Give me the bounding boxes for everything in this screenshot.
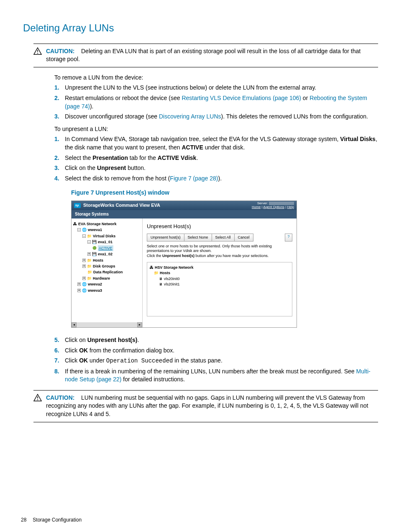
caution-text: LUN numbering must be sequential with no…	[46, 394, 368, 417]
expand-icon[interactable]: +	[82, 277, 86, 280]
tree-root[interactable]: HSV Storage Network	[155, 265, 194, 271]
expand-icon[interactable]: +	[77, 289, 81, 292]
step-number: 5.	[54, 336, 65, 344]
host-selection-box: HSV Storage Network Hosts vls20init0 vls…	[147, 262, 292, 316]
nav-data-replication[interactable]: Data Replication	[93, 269, 123, 275]
step-number: 3.	[54, 164, 65, 172]
unpresent-hosts-button[interactable]: Unpresent host(s)	[147, 234, 184, 242]
step-number: 1.	[54, 135, 65, 152]
server-label: Server:	[257, 201, 268, 205]
step-text: Discover unconfigured storage (see Disco…	[65, 113, 378, 121]
nav-wweva1[interactable]: wweva1	[88, 227, 102, 233]
nav-virtual-disks[interactable]: Virtual Disks	[93, 233, 115, 239]
remove-steps-list: 1.Unpresent the LUN to the VLS (see inst…	[54, 84, 378, 121]
step-number: 2.	[54, 154, 65, 162]
tree-host-1[interactable]: vls20init1	[164, 282, 180, 288]
hp-logo-icon	[74, 203, 81, 208]
scroll-right-icon[interactable]: ►	[137, 322, 142, 327]
disk-icon	[92, 251, 97, 257]
folder-icon	[87, 269, 92, 275]
storage-network-icon	[73, 221, 77, 227]
tab-storage-systems[interactable]: Storage Systems	[72, 210, 297, 218]
step-number: 3.	[54, 113, 65, 121]
svg-point-2	[37, 53, 38, 54]
nav-eva1-01[interactable]: eva1_01	[98, 239, 113, 245]
expand-icon[interactable]: +	[82, 265, 86, 268]
figure-caption: Figure 7 Unpresent Host(s) window	[71, 189, 378, 197]
step-number: 6.	[54, 347, 65, 355]
nav-hosts[interactable]: Hosts	[93, 257, 103, 263]
nav-eva1-02[interactable]: eva1_02	[98, 251, 113, 257]
nav-wweva2[interactable]: wweva2	[88, 281, 102, 287]
step-text: Select the Presentation tab for the ACTI…	[65, 154, 378, 162]
instruction-text: Select one or more hosts to be unpresent…	[147, 244, 292, 259]
step-number: 4.	[54, 175, 65, 183]
globe-icon	[82, 288, 87, 293]
caution-label: CAUTION:	[46, 394, 74, 401]
nav-wweva3[interactable]: wweva3	[88, 288, 102, 293]
step-text: Restart emulations or reboot the device …	[65, 94, 378, 111]
storage-network-icon	[150, 265, 153, 271]
folder-icon	[87, 233, 92, 239]
expand-icon[interactable]: +	[77, 283, 81, 286]
server-value-redacted	[269, 202, 294, 205]
step-text: Click on Unpresent host(s).	[65, 336, 378, 344]
globe-icon	[82, 227, 87, 233]
caution-icon	[33, 47, 46, 64]
collapse-icon[interactable]: -	[82, 234, 86, 238]
folder-icon	[154, 270, 159, 276]
unpresent-steps-list: 1.In Command View EVA, Storage tab navig…	[54, 135, 378, 182]
folder-icon	[87, 257, 92, 263]
host-icon	[159, 276, 163, 282]
svg-point-5	[37, 399, 38, 400]
expand-icon[interactable]: +	[87, 252, 91, 256]
step-text: Click OK from the confirmation dialog bo…	[65, 347, 378, 355]
step-text: Click on the Unpresent button.	[65, 164, 378, 172]
link-home[interactable]: Home	[252, 205, 261, 209]
nav-active[interactable]: ACTIVE	[98, 245, 113, 251]
folder-icon	[87, 263, 92, 269]
remove-intro: To remove a LUN from the device:	[54, 74, 378, 82]
help-button[interactable]: ?	[285, 234, 292, 242]
main-pane: Unpresent Host(s) Unpresent host(s) Sele…	[143, 218, 297, 327]
step-number: 7.	[54, 357, 65, 365]
caution-block-1: CAUTION: Deleting an EVA LUN that is par…	[33, 44, 378, 67]
select-all-button[interactable]: Select All	[212, 234, 235, 242]
pane-title: Unpresent Host(s)	[147, 223, 292, 230]
post-steps-list: 5.Click on Unpresent host(s). 6.Click OK…	[54, 336, 378, 384]
active-icon	[92, 245, 97, 251]
nav-disk-groups[interactable]: Disk Groups	[93, 263, 115, 269]
toolbar: Unpresent host(s) Select None Select All…	[147, 234, 292, 242]
cancel-button[interactable]: Cancel	[235, 234, 253, 242]
caution-label: CAUTION:	[46, 48, 74, 54]
scroll-left-icon[interactable]: ◄	[72, 322, 77, 327]
folder-icon	[87, 275, 92, 281]
link-agent-options[interactable]: Agent Options	[263, 205, 284, 209]
step-text: Unpresent the LUN to the VLS (see instru…	[65, 84, 378, 92]
nav-hardware[interactable]: Hardware	[93, 275, 110, 281]
host-icon	[159, 282, 163, 288]
select-none-button[interactable]: Select None	[184, 234, 212, 242]
step-number: 1.	[54, 84, 65, 92]
horizontal-scrollbar[interactable]: ◄ ►	[72, 322, 142, 327]
step-text: Click OK under Operation Succeeded in th…	[65, 357, 378, 365]
link-restart-emulations[interactable]: Restarting VLS Device Emulations (page 1…	[182, 95, 301, 101]
link-help[interactable]: Help	[287, 205, 294, 209]
nav-tree: EVA Storage Network -wweva1 -Virtual Dis…	[72, 218, 143, 327]
screenshot-unpresent-hosts: StorageWorks Command View EVA Server: Ho…	[71, 200, 297, 328]
nav-root[interactable]: EVA Storage Network	[78, 221, 117, 227]
tree-host-0[interactable]: vls20init0	[164, 276, 180, 282]
step-text: Select the disk to remove from the host …	[65, 175, 378, 183]
tree-hosts[interactable]: Hosts	[160, 270, 170, 276]
step-number: 8.	[54, 368, 65, 384]
step-number: 2.	[54, 94, 65, 111]
unpresent-intro: To unpresent a LUN:	[54, 125, 378, 134]
collapse-icon[interactable]: -	[77, 228, 81, 231]
caution-text: Deleting an EVA LUN that is part of an e…	[46, 48, 361, 63]
app-titlebar: StorageWorks Command View EVA Server: Ho…	[72, 201, 297, 210]
page-title: Deleting Array LUNs	[23, 21, 378, 35]
link-discovering-luns[interactable]: Discovering Array LUNs	[159, 113, 221, 120]
expand-icon[interactable]: +	[82, 259, 86, 262]
link-figure-7[interactable]: Figure 7 (page 28)	[170, 175, 218, 182]
collapse-icon[interactable]: -	[87, 240, 91, 244]
